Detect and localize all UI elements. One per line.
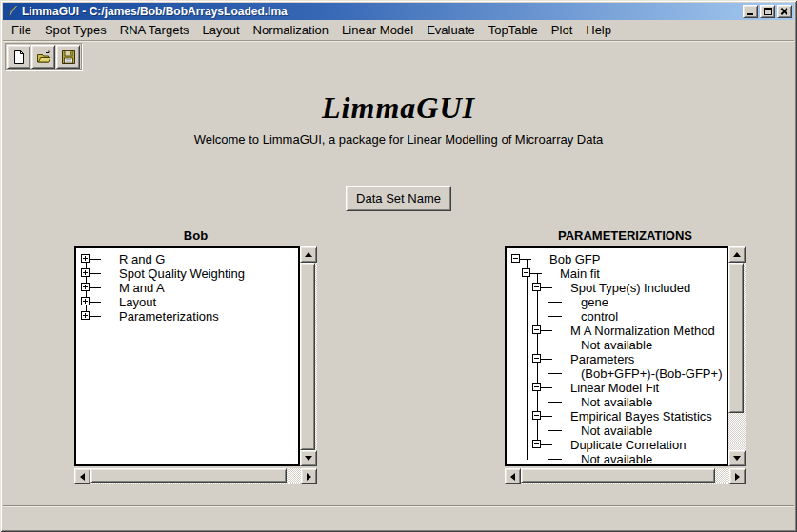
- tree-node-label[interactable]: M and A: [119, 281, 165, 295]
- tree-collapse-minus-icon[interactable]: [532, 383, 541, 391]
- menu-item-linear-model[interactable]: Linear Model: [335, 21, 420, 39]
- tree-connector-line: [527, 259, 528, 460]
- tree-connector-line: [90, 316, 101, 317]
- menu-item-evaluate[interactable]: Evaluate: [420, 21, 482, 39]
- tree-node-label[interactable]: control: [581, 309, 618, 324]
- arrow-up-icon: [305, 252, 312, 257]
- tree-node-label[interactable]: Not available: [581, 395, 652, 409]
- tree-node-label[interactable]: Parameters: [570, 352, 634, 366]
- new-file-button[interactable]: [7, 45, 30, 69]
- arrow-right-icon: [735, 473, 740, 481]
- menu-item-plot[interactable]: Plot: [545, 21, 579, 39]
- tree-node-label[interactable]: Linear Model Fit: [570, 381, 659, 395]
- scrollbar-track[interactable]: [300, 263, 317, 450]
- open-file-button[interactable]: [31, 45, 55, 69]
- scroll-right-button[interactable]: [729, 468, 746, 484]
- arrow-left-icon: [510, 473, 515, 481]
- scroll-down-button[interactable]: [728, 450, 746, 466]
- tree-connector-line: [90, 273, 101, 274]
- tree-node-label[interactable]: Duplicate Correlation: [570, 438, 686, 452]
- scrollbar-track[interactable]: [521, 468, 729, 484]
- maximize-button[interactable]: [760, 5, 775, 18]
- tree-connector-line: [548, 302, 562, 303]
- tree-node-label[interactable]: Parameterizations: [119, 309, 219, 324]
- tree-node-label[interactable]: Bob GFP: [549, 252, 600, 266]
- dataset-tree-horizontal-scrollbar[interactable]: [74, 468, 317, 484]
- arrow-down-icon: [733, 456, 741, 461]
- arrow-down-icon: [305, 456, 312, 461]
- tree-collapse-minus-icon[interactable]: [522, 268, 530, 277]
- tree-connector-line: [90, 287, 101, 288]
- window-title: LimmaGUI - C:/james/Bob/BobArraysLoaded.…: [22, 5, 743, 18]
- tree-connector-line: [548, 345, 562, 345]
- arrow-left-icon: [80, 473, 85, 481]
- dataset-tree-title: Bob: [74, 228, 317, 244]
- menu-item-rna-targets[interactable]: RNA Targets: [113, 21, 196, 39]
- dataset-tree-panel: Bob R and GSpot Quality WeightingM and A…: [74, 228, 317, 484]
- tree-node-label[interactable]: R and G: [119, 252, 165, 266]
- scrollbar-thumb[interactable]: [90, 468, 287, 483]
- tree-node-label[interactable]: M A Normalization Method: [570, 324, 715, 338]
- parameterizations-tree[interactable]: Bob GFPMain fitSpot Type(s) Includedgene…: [505, 246, 728, 466]
- tree-node-label[interactable]: gene: [581, 295, 608, 309]
- tree-expand-plus-icon[interactable]: [81, 268, 90, 277]
- tree-node-label[interactable]: Layout: [119, 295, 156, 309]
- tree-node-label[interactable]: Spot Type(s) Included: [570, 281, 690, 295]
- tree-node-label[interactable]: Spot Quality Weighting: [119, 266, 245, 281]
- close-button[interactable]: [777, 5, 792, 18]
- minimize-button[interactable]: [743, 5, 758, 18]
- tree-node-label[interactable]: Empirical Bayes Statistics: [570, 409, 712, 424]
- save-file-button[interactable]: [56, 45, 80, 69]
- tree-connector-line: [541, 359, 552, 360]
- tree-expand-plus-icon[interactable]: [81, 283, 90, 291]
- scroll-left-button[interactable]: [74, 468, 90, 484]
- menu-item-layout[interactable]: Layout: [196, 21, 247, 39]
- menu-item-normalization[interactable]: Normalization: [247, 21, 335, 39]
- menu-item-file[interactable]: File: [5, 21, 38, 39]
- parameterizations-tree-vertical-scrollbar[interactable]: [728, 246, 746, 466]
- parameterizations-tree-horizontal-scrollbar[interactable]: [505, 468, 746, 484]
- tree-node-label[interactable]: Main fit: [560, 266, 600, 281]
- tree-collapse-minus-icon[interactable]: [532, 283, 541, 291]
- scroll-down-button[interactable]: [300, 450, 317, 466]
- toolbar: [5, 43, 82, 70]
- menu-item-spot-types[interactable]: Spot Types: [38, 21, 113, 39]
- tree-connector-line: [541, 387, 552, 388]
- tree-node-label[interactable]: Not available: [581, 452, 652, 466]
- scroll-right-button[interactable]: [301, 468, 317, 484]
- dataset-tree-vertical-scrollbar[interactable]: [300, 246, 317, 466]
- tree-connector-line: [548, 387, 548, 402]
- tree-expand-plus-icon[interactable]: [81, 254, 90, 263]
- tree-node-label[interactable]: Not available: [581, 338, 652, 352]
- open-folder-icon: [36, 49, 51, 65]
- scrollbar-track[interactable]: [90, 468, 301, 484]
- menu-bar: FileSpot TypesRNA TargetsLayoutNormaliza…: [3, 20, 794, 40]
- tree-expand-plus-icon[interactable]: [81, 311, 90, 320]
- tree-collapse-minus-icon[interactable]: [532, 440, 541, 448]
- data-set-name-button[interactable]: Data Set Name: [346, 186, 451, 211]
- tree-connector-line: [548, 402, 562, 403]
- menu-item-toptable[interactable]: TopTable: [482, 21, 545, 39]
- tree-connector-line: [541, 416, 552, 417]
- main-content: LimmaGUI Welcome to LimmaGUI, a package …: [3, 40, 794, 506]
- tree-connector-line: [90, 302, 101, 303]
- tree-collapse-minus-icon[interactable]: [532, 354, 541, 363]
- tree-node-label[interactable]: (Bob+GFP+)-(Bob-GFP+): [581, 366, 722, 381]
- tree-collapse-minus-icon[interactable]: [532, 325, 541, 334]
- scrollbar-track[interactable]: [728, 263, 746, 450]
- welcome-text: Welcome to LimmaGUI, a package for Linea…: [3, 132, 794, 147]
- tree-node-label[interactable]: Not available: [581, 424, 652, 438]
- parameterizations-tree-title: PARAMETERIZATIONS: [505, 228, 746, 244]
- scrollbar-thumb[interactable]: [300, 263, 315, 450]
- scroll-left-button[interactable]: [505, 468, 521, 484]
- tree-expand-plus-icon[interactable]: [81, 297, 90, 305]
- tree-collapse-minus-icon[interactable]: [511, 254, 520, 263]
- dataset-tree[interactable]: R and GSpot Quality WeightingM and ALayo…: [74, 246, 300, 466]
- scroll-up-button[interactable]: [728, 246, 746, 263]
- tree-collapse-minus-icon[interactable]: [532, 411, 541, 420]
- title-bar[interactable]: LimmaGUI - C:/james/Bob/BobArraysLoaded.…: [3, 3, 794, 20]
- scroll-up-button[interactable]: [300, 246, 317, 263]
- scrollbar-thumb[interactable]: [728, 263, 744, 413]
- scrollbar-thumb[interactable]: [521, 468, 715, 483]
- menu-item-help[interactable]: Help: [579, 21, 618, 39]
